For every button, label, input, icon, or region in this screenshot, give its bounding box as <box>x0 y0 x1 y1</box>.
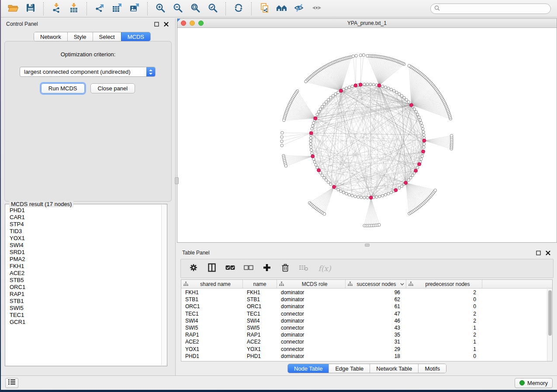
network-node[interactable] <box>312 121 315 124</box>
network-hub-node[interactable] <box>359 83 362 86</box>
mcds-result-item[interactable]: ACE2 <box>10 270 161 277</box>
network-node[interactable] <box>319 108 322 110</box>
table-row[interactable]: PHD1PHD1dominator180 <box>181 353 547 360</box>
network-node[interactable] <box>311 127 313 130</box>
network-node[interactable] <box>421 124 423 127</box>
memory-button[interactable]: Memory <box>515 378 553 388</box>
network-node[interactable] <box>345 87 348 89</box>
network-node[interactable] <box>325 179 328 181</box>
network-node[interactable] <box>398 93 401 95</box>
network-satellite-node[interactable] <box>352 55 355 58</box>
open-file-button[interactable] <box>4 2 22 16</box>
import-table-button[interactable] <box>65 2 83 16</box>
network-node[interactable] <box>321 105 323 108</box>
tab-mcds[interactable]: MCDS <box>121 32 150 41</box>
network-node[interactable] <box>313 161 316 163</box>
task-history-button[interactable] <box>5 378 18 388</box>
mcds-result-item[interactable]: ORC1 <box>10 284 161 291</box>
close-panel-button2[interactable]: Close panel <box>90 83 135 93</box>
network-node[interactable] <box>409 176 412 179</box>
network-node[interactable] <box>357 196 360 198</box>
delete-table-button[interactable] <box>299 264 308 273</box>
network-node[interactable] <box>381 194 384 197</box>
network-node[interactable] <box>348 86 350 89</box>
network-satellite-node[interactable] <box>280 136 284 139</box>
float-table-panel-button[interactable] <box>534 249 542 256</box>
network-hub-node[interactable] <box>369 196 373 199</box>
mcds-result-item[interactable]: STB5 <box>10 277 161 284</box>
network-node[interactable] <box>351 85 353 88</box>
table-row[interactable]: SWI4SWI4dominator462 <box>181 317 547 324</box>
network-node[interactable] <box>422 127 424 130</box>
network-canvas[interactable] <box>177 28 557 242</box>
table-row[interactable]: ACE2ACE2connector311 <box>181 338 547 345</box>
network-satellite-node[interactable] <box>366 55 369 58</box>
network-satellite-node[interactable] <box>280 144 284 147</box>
mcds-result-item[interactable]: TEC1 <box>10 312 161 319</box>
table-scrollbar[interactable] <box>547 289 552 361</box>
network-node[interactable] <box>366 196 369 199</box>
network-node[interactable] <box>422 131 425 133</box>
network-node[interactable] <box>310 149 313 151</box>
network-node[interactable] <box>332 94 334 97</box>
zoom-fit-button[interactable] <box>187 2 204 16</box>
zoom-in-button[interactable] <box>152 2 169 16</box>
run-mcds-button[interactable]: Run MCDS <box>41 83 85 93</box>
network-satellite-node[interactable] <box>434 189 437 192</box>
add-column-button[interactable] <box>262 264 272 273</box>
select-all-button[interactable] <box>225 264 235 273</box>
network-node[interactable] <box>375 196 378 198</box>
network-hub-node[interactable] <box>418 162 421 166</box>
network-node[interactable] <box>422 146 425 148</box>
table-row[interactable]: RAP1RAP1dominator352 <box>181 331 547 338</box>
mcds-result-item[interactable]: CAR1 <box>10 214 161 221</box>
network-hub-node[interactable] <box>394 189 398 192</box>
network-hub-node[interactable] <box>332 185 336 189</box>
table-row[interactable]: TEC1TEC1connector472 <box>181 310 547 317</box>
network-node[interactable] <box>334 93 337 95</box>
network-node[interactable] <box>401 94 403 97</box>
mcds-result-item[interactable]: PHD1 <box>10 207 161 214</box>
network-satellite-node[interactable] <box>323 213 326 216</box>
network-hub-node[interactable] <box>422 139 426 142</box>
mcds-result-item[interactable]: TID3 <box>10 228 161 235</box>
network-node[interactable] <box>323 176 325 179</box>
network-satellite-node[interactable] <box>280 140 284 143</box>
network-node[interactable] <box>419 119 422 121</box>
network-node[interactable] <box>348 193 350 196</box>
show-details-button[interactable] <box>308 2 325 16</box>
network-node[interactable] <box>342 191 345 194</box>
network-satellite-node[interactable] <box>362 54 365 57</box>
delete-column-button[interactable] <box>280 264 290 273</box>
network-node[interactable] <box>390 88 393 91</box>
network-node[interactable] <box>378 195 381 198</box>
network-node[interactable] <box>366 83 369 86</box>
network-satellite-node[interactable] <box>378 224 381 227</box>
network-node[interactable] <box>339 190 342 193</box>
network-node[interactable] <box>390 191 393 194</box>
network-node[interactable] <box>311 152 313 155</box>
network-node[interactable] <box>421 155 423 158</box>
tab-motifs[interactable]: Motifs <box>418 364 446 373</box>
table-scrollbar-thumb[interactable] <box>548 290 552 336</box>
network-hub-node[interactable] <box>317 168 321 172</box>
mcds-result-item[interactable]: STP4 <box>10 221 161 228</box>
network-node[interactable] <box>401 185 403 187</box>
column-header-name[interactable]: name <box>243 280 277 288</box>
network-node[interactable] <box>420 158 422 160</box>
import-network-button[interactable] <box>48 2 65 16</box>
tab-edge-table[interactable]: Edge Table <box>329 364 370 373</box>
tab-select[interactable]: Select <box>93 32 121 41</box>
network-node[interactable] <box>316 113 318 116</box>
mcds-result-list[interactable]: PHD1CAR1STP4TID3YOX1SWI4SRD1PMA2FKH1ACE2… <box>6 207 161 365</box>
network-node[interactable] <box>381 85 384 88</box>
mcds-result-item[interactable]: SWI5 <box>10 305 161 312</box>
network-hub-node[interactable] <box>354 84 357 87</box>
network-node[interactable] <box>360 196 363 199</box>
search-box[interactable] <box>430 3 551 14</box>
network-node[interactable] <box>354 195 356 198</box>
network-node[interactable] <box>363 196 366 199</box>
network-node[interactable] <box>310 146 312 148</box>
network-node[interactable] <box>337 188 339 191</box>
table-settings-button[interactable] <box>189 264 198 273</box>
